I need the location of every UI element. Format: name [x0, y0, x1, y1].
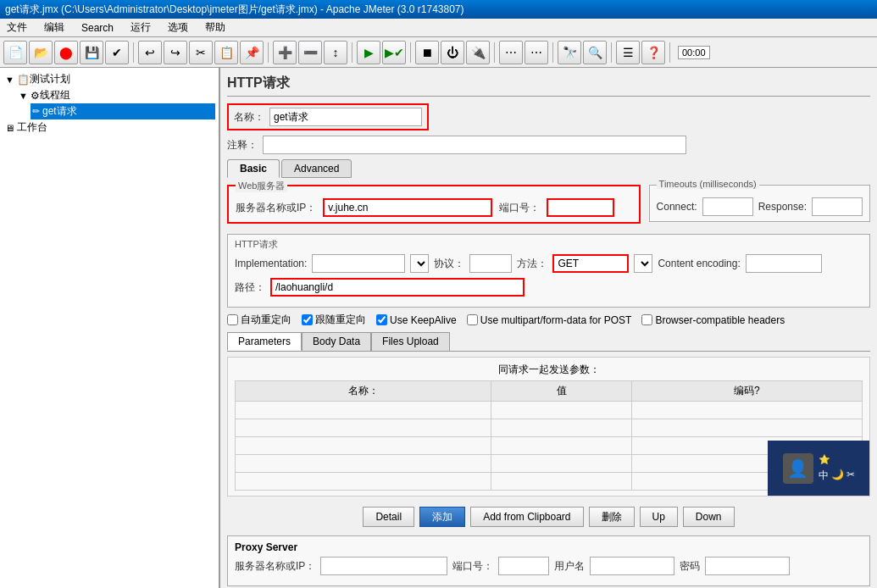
- toolbar-stop-red[interactable]: ⬤: [54, 41, 78, 64]
- toolbar-sep-5: [494, 42, 495, 63]
- cb-browser-compat-input[interactable]: [641, 314, 652, 325]
- method-dropdown[interactable]: ▼: [634, 254, 652, 273]
- impl-dropdown[interactable]: ▼: [410, 254, 429, 273]
- toolbar-play[interactable]: ▶: [357, 41, 380, 64]
- protocol-input[interactable]: [469, 254, 512, 273]
- path-row: 路径：: [235, 278, 863, 297]
- toolbar-list[interactable]: ☰: [616, 41, 640, 64]
- cb-follow-redirect-input[interactable]: [302, 314, 313, 325]
- tree-label-thread: 线程组: [40, 88, 70, 103]
- tree-expand-icon-2: ▼: [19, 91, 28, 101]
- proxy-username-input[interactable]: [590, 557, 674, 575]
- sub-tab-body[interactable]: Body Data: [302, 332, 371, 351]
- cb-browser-compat[interactable]: Browser-compatible headers: [641, 314, 785, 326]
- method-input[interactable]: [552, 254, 629, 273]
- toolbar-new[interactable]: 📄: [3, 41, 27, 64]
- cb-keepalive-label: Use KeepAlive: [390, 314, 457, 326]
- server-label: 服务器名称或IP：: [236, 201, 316, 215]
- right-panel: HTTP请求 名称： 注释： Basic Advanced Web服务器: [220, 68, 877, 588]
- cb-follow-redirect-label: 跟随重定向: [315, 313, 366, 327]
- cb-auto-redirect[interactable]: 自动重定向: [227, 313, 291, 327]
- add-from-clipboard-button[interactable]: Add from Clipboard: [470, 507, 583, 527]
- toolbar-open[interactable]: 📂: [29, 41, 53, 64]
- comment-input[interactable]: [263, 136, 686, 154]
- port-input[interactable]: [547, 198, 614, 217]
- tabs-bar: Basic Advanced: [227, 159, 870, 178]
- menu-run[interactable]: 运行: [127, 19, 154, 36]
- connect-input[interactable]: [702, 197, 753, 216]
- toolbar-zoom[interactable]: 🔍: [583, 41, 607, 64]
- cb-multipart-input[interactable]: [467, 314, 478, 325]
- tray-avatar: 👤: [783, 453, 813, 484]
- toolbar-redo[interactable]: ↪: [164, 41, 187, 64]
- sub-tab-parameters[interactable]: Parameters: [227, 332, 302, 351]
- path-input[interactable]: [270, 278, 525, 297]
- menu-file[interactable]: 文件: [3, 19, 31, 36]
- tab-advanced[interactable]: Advanced: [281, 159, 352, 178]
- port-label: 端口号：: [499, 201, 540, 215]
- toolbar-dots1[interactable]: ⋯: [499, 41, 523, 64]
- tree-item-workbench[interactable]: 🖥 工作台: [3, 119, 215, 136]
- add-button[interactable]: 添加: [419, 507, 465, 527]
- timeouts-legend: Timeouts (milliseconds): [657, 179, 759, 189]
- toolbar-remove[interactable]: ➖: [298, 41, 322, 64]
- name-input[interactable]: [269, 108, 422, 126]
- left-panel: ▼ 📋 测试计划 ▼ ⚙ 线程组 ✏ get请求 🖥 工作台: [0, 68, 220, 588]
- title-bar: get请求.jmx (C:\Users\Administrator\Deskto…: [0, 0, 877, 19]
- toolbar-undo[interactable]: ↩: [138, 41, 162, 64]
- toolbar-sep-6: [552, 42, 553, 63]
- menu-search[interactable]: Search: [78, 21, 117, 35]
- response-input[interactable]: [812, 197, 863, 216]
- proxy-port-input[interactable]: [498, 557, 549, 575]
- title-text: get请求.jmx (C:\Users\Administrator\Deskto…: [5, 3, 464, 17]
- cb-keepalive-input[interactable]: [376, 314, 387, 325]
- detail-button[interactable]: Detail: [363, 507, 414, 527]
- toolbar-cut[interactable]: ✂: [189, 41, 213, 64]
- menu-help[interactable]: 帮助: [202, 19, 229, 36]
- tree-icon-plan: 📋: [17, 74, 30, 86]
- delete-button[interactable]: 删除: [589, 507, 635, 527]
- toolbar-add[interactable]: ➕: [273, 41, 297, 64]
- toolbar-paste[interactable]: 📌: [240, 41, 264, 64]
- tree-item-get-request[interactable]: ✏ get请求: [31, 103, 215, 119]
- http-panel: HTTP请求 名称： 注释： Basic Advanced Web服务器: [227, 75, 870, 586]
- proxy-server-input[interactable]: [320, 557, 447, 575]
- toolbar-binoculars[interactable]: 🔭: [558, 41, 581, 64]
- tree-item-test-plan[interactable]: ▼ 📋 测试计划: [3, 71, 215, 87]
- toolbar-shutdown[interactable]: ⏻: [441, 41, 464, 64]
- toolbar-play-check[interactable]: ▶✔: [382, 41, 406, 64]
- tab-basic[interactable]: Basic: [227, 159, 280, 178]
- comment-label: 注释：: [227, 138, 258, 153]
- sub-tab-files[interactable]: Files Upload: [371, 332, 450, 351]
- menu-edit[interactable]: 编辑: [41, 19, 68, 36]
- toolbar-stop-btn[interactable]: ⏹: [415, 41, 439, 64]
- toolbar-question[interactable]: ❓: [641, 41, 665, 64]
- tree-children-thread: ✏ get请求: [17, 103, 215, 119]
- down-button[interactable]: Down: [683, 507, 735, 527]
- up-button[interactable]: Up: [640, 507, 678, 527]
- cb-keepalive[interactable]: Use KeepAlive: [376, 314, 457, 326]
- toolbar-copy[interactable]: 📋: [214, 41, 238, 64]
- toolbar-sep-3: [352, 42, 352, 63]
- toolbar-move[interactable]: ↕: [324, 41, 347, 64]
- tree-label-plan: 测试计划: [30, 72, 70, 86]
- server-input[interactable]: [323, 198, 492, 217]
- toolbar-remote-start[interactable]: 🔌: [466, 41, 490, 64]
- cb-follow-redirect[interactable]: 跟随重定向: [302, 313, 366, 327]
- cb-multipart[interactable]: Use multipart/form-data for POST: [467, 314, 632, 326]
- impl-input[interactable]: [312, 254, 405, 273]
- impl-label: Implementation:: [235, 258, 307, 269]
- menu-options[interactable]: 选项: [164, 19, 191, 36]
- menu-bar: 文件 编辑 Search 运行 选项 帮助: [0, 19, 877, 37]
- tray-icons: ⭐ 中 🌙 ✂: [819, 454, 855, 483]
- toolbar-dots2[interactable]: ⋯: [525, 41, 548, 64]
- toolbar-verify[interactable]: ✔: [105, 41, 129, 64]
- name-label: 名称：: [234, 110, 264, 125]
- tree-item-thread-group[interactable]: ▼ ⚙ 线程组: [17, 87, 215, 103]
- method-label: 方法：: [517, 257, 547, 271]
- proxy-password-input[interactable]: [705, 557, 790, 575]
- cb-auto-redirect-input[interactable]: [227, 314, 238, 325]
- toolbar-sep-7: [611, 42, 612, 63]
- toolbar-save[interactable]: 💾: [80, 41, 103, 64]
- encoding-input[interactable]: [746, 254, 822, 273]
